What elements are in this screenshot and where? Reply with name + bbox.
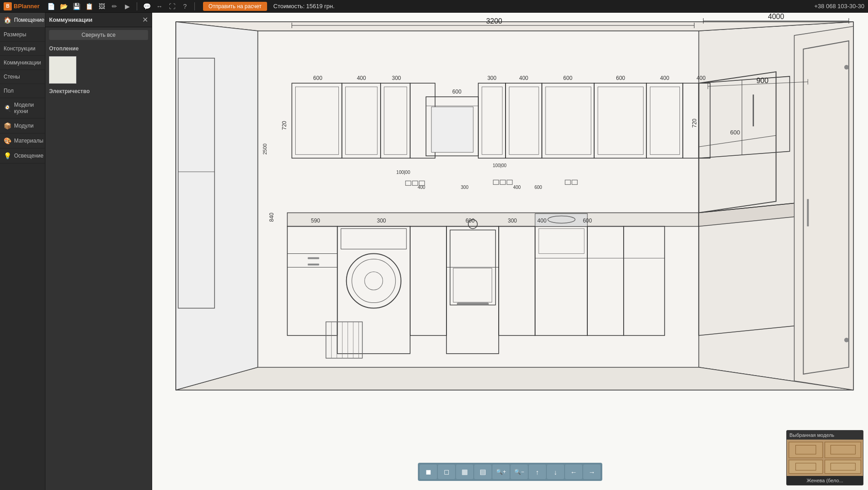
moduly-label: Модули <box>14 123 34 129</box>
materialy-label: Материалы <box>14 138 43 144</box>
svg-text:400: 400 <box>513 185 521 190</box>
zoom-in-button[interactable]: 🔍+ <box>492 465 510 479</box>
panel-section-electricity-title: Электричество <box>45 85 152 97</box>
komm-label: Коммуникации <box>4 59 41 66</box>
svg-text:600: 600 <box>616 75 625 81</box>
svg-rect-133 <box>789 460 823 474</box>
sidebar-sub-razm[interactable]: Размеры <box>0 28 45 42</box>
svg-point-72 <box>844 338 849 342</box>
sidebar-item-materialy[interactable]: 🎨 Материалы <box>0 134 45 148</box>
app-logo: B BPlanner <box>4 2 40 10</box>
app-name: BPlanner <box>14 3 40 10</box>
save-as-icon[interactable]: 📋 <box>84 1 94 11</box>
view-mode-1-button[interactable]: ◼ <box>420 465 437 479</box>
svg-point-71 <box>844 65 849 69</box>
svg-text:100|00: 100|00 <box>397 170 411 175</box>
sidebar-sub-pol[interactable]: Пол <box>0 84 45 98</box>
pol-label: Пол <box>4 88 14 94</box>
svg-text:720: 720 <box>691 119 698 128</box>
sidebar-item-moduly[interactable]: 📦 Модули <box>0 119 45 134</box>
new-file-icon[interactable]: 📄 <box>46 1 56 11</box>
sidebar-sub-konstr[interactable]: Конструкции <box>0 42 45 56</box>
svg-text:400: 400 <box>519 75 528 81</box>
sidebar-item-pomeshenie[interactable]: 🏠 Помещение <box>0 13 45 28</box>
fullscreen-icon[interactable]: ⛶ <box>167 1 177 11</box>
osveshenie-icon: 💡 <box>4 152 11 159</box>
arrows-icon[interactable]: ↔ <box>154 1 164 11</box>
svg-text:400: 400 <box>696 75 705 81</box>
selected-model-panel: Выбранная модель Женева (бело... <box>786 430 863 485</box>
viewport[interactable]: 3200 4000 900 600 400 300 600 300 400 60… <box>152 13 868 490</box>
heating-item-box[interactable] <box>49 56 76 84</box>
image-export-icon[interactable]: 🖼 <box>97 1 107 11</box>
rotate-right-button[interactable]: → <box>583 465 600 479</box>
pencil-icon[interactable]: ✏ <box>109 1 119 11</box>
moduly-icon: 📦 <box>4 122 11 129</box>
sidebar-label-pomeshenie: Помещение <box>14 17 45 23</box>
svg-text:400: 400 <box>357 75 366 81</box>
sep2 <box>194 2 195 10</box>
save-icon[interactable]: 💾 <box>71 1 81 11</box>
svg-text:900: 900 <box>756 77 769 84</box>
zoom-out-button[interactable]: 🔍− <box>511 465 528 479</box>
svg-text:600: 600 <box>563 75 572 81</box>
steny-label: Стены <box>4 74 20 80</box>
svg-text:300: 300 <box>487 75 496 81</box>
collapse-all-button[interactable]: Свернуть все <box>49 30 148 40</box>
view-mode-2-button[interactable]: ◻ <box>438 465 455 479</box>
svg-text:300: 300 <box>461 185 469 190</box>
send-calc-button[interactable]: Отправить на расчет <box>203 2 267 11</box>
svg-text:3200: 3200 <box>486 17 502 25</box>
svg-text:720: 720 <box>281 121 288 130</box>
panel-section-heating-title: Отопление <box>45 43 152 54</box>
svg-text:600: 600 <box>452 89 461 95</box>
modeli-icon: 🍳 <box>4 104 11 112</box>
svg-rect-7 <box>258 31 699 367</box>
selected-model-name: Женева (бело... <box>787 476 863 485</box>
svg-text:600: 600 <box>466 218 475 224</box>
svg-rect-39 <box>308 257 319 259</box>
rotate-up-button[interactable]: ↑ <box>529 465 546 479</box>
materialy-icon: 🎨 <box>4 137 11 144</box>
osveshenie-label: Освещение <box>14 153 44 159</box>
svg-text:4000: 4000 <box>768 13 784 20</box>
help-icon[interactable]: ? <box>180 1 190 11</box>
video-icon[interactable]: ▶ <box>122 1 132 11</box>
topbar: B BPlanner 📄 📂 💾 📋 🖼 ✏ ▶ 💬 ↔ ⛶ ? Отправи… <box>0 0 868 13</box>
sidebar-sub-steny[interactable]: Стены <box>0 70 45 84</box>
sidebar: 🏠 Помещение Размеры Конструкции Коммуник… <box>0 13 45 490</box>
phone-number: +38 068 103-30-30 <box>814 3 864 10</box>
sep1 <box>137 2 137 10</box>
view-mode-4-button[interactable]: ▤ <box>474 465 491 479</box>
panel-close-button[interactable]: ✕ <box>142 15 148 24</box>
bottom-toolbar: ◼ ◻ ▦ ▤ 🔍+ 🔍− ↑ ↓ ← → <box>418 463 602 481</box>
selected-model-image <box>787 440 863 476</box>
sidebar-item-osveshenie[interactable]: 💡 Освещение <box>0 148 45 163</box>
rotate-down-button[interactable]: ↓ <box>547 465 564 479</box>
svg-text:400: 400 <box>417 185 425 190</box>
panel-title: Коммуникации <box>49 16 93 23</box>
svg-rect-52 <box>457 303 489 305</box>
sidebar-sub-komm[interactable]: Коммуникации <box>0 56 45 70</box>
rotate-left-button[interactable]: ← <box>565 465 582 479</box>
svg-text:100|00: 100|00 <box>493 163 507 168</box>
cost-label: Стоимость: 15619 грн. <box>273 3 335 10</box>
view-mode-3-button[interactable]: ▦ <box>456 465 473 479</box>
sidebar-item-modeli[interactable]: 🍳 Модели кухни <box>0 98 45 119</box>
svg-text:590: 590 <box>311 218 320 224</box>
konstr-label: Конструкции <box>4 45 35 52</box>
svg-text:400: 400 <box>660 75 669 81</box>
pomeshenie-icon: 🏠 <box>4 16 11 24</box>
razm-label: Размеры <box>4 31 26 38</box>
selected-model-title: Выбранная модель <box>787 431 863 440</box>
svg-marker-34 <box>288 213 699 226</box>
kitchen-3d-view: 3200 4000 900 600 400 300 600 300 400 60… <box>152 13 868 490</box>
modeli-label: Модели кухни <box>14 102 41 114</box>
logo-icon: B <box>4 2 12 10</box>
svg-text:600: 600 <box>313 75 322 81</box>
chat-icon[interactable]: 💬 <box>142 1 152 11</box>
svg-text:600: 600 <box>535 185 542 190</box>
svg-text:2500: 2500 <box>262 144 268 154</box>
svg-marker-73 <box>176 22 258 390</box>
open-folder-icon[interactable]: 📂 <box>59 1 69 11</box>
